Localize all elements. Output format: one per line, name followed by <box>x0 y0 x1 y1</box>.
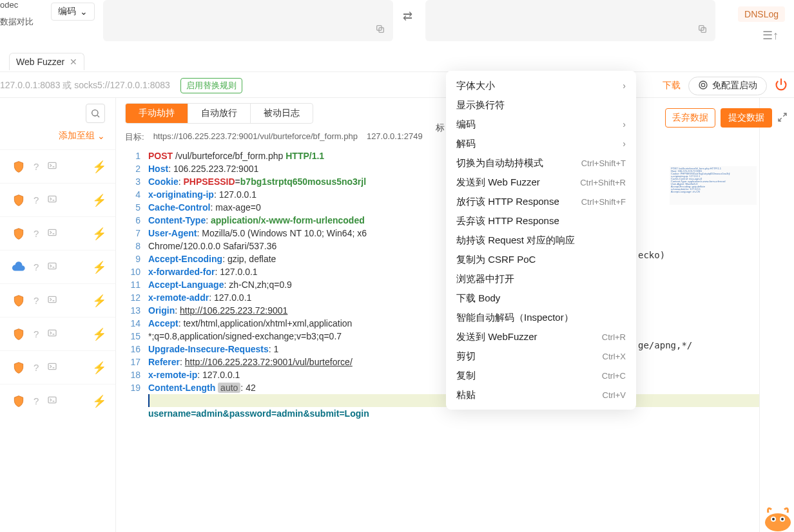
context-menu-item[interactable]: 编码› <box>446 115 636 134</box>
svg-rect-16 <box>48 397 56 403</box>
help-icon[interactable]: ? <box>34 195 39 205</box>
svg-point-19 <box>772 518 775 520</box>
project-item[interactable]: ?⚡ <box>0 216 115 250</box>
project-item[interactable]: ?⚡ <box>0 317 115 350</box>
terminal-icon[interactable] <box>46 361 58 374</box>
discard-button[interactable]: 丢弃数据 <box>665 108 715 128</box>
shield-icon <box>12 327 26 341</box>
shortcut-label: Ctrl+R <box>602 332 626 342</box>
shield-icon <box>12 227 26 241</box>
svg-point-7 <box>92 110 98 116</box>
context-menu-item[interactable]: 发送到 WebFuzzerCtrl+R <box>446 327 636 347</box>
submit-button[interactable]: 提交数据 <box>721 108 772 128</box>
mode-tabs: 手动劫持 自动放行 被动日志 <box>125 103 313 124</box>
help-icon[interactable]: ? <box>34 161 39 172</box>
terminal-icon[interactable] <box>46 194 58 206</box>
copy-icon[interactable] <box>375 24 385 36</box>
context-menu-item[interactable]: 智能自动解码（Inspector） <box>446 308 636 327</box>
enable-rule-tag[interactable]: 启用替换规则 <box>180 78 242 93</box>
svg-point-4 <box>699 81 707 89</box>
download-link[interactable]: 下载 <box>663 80 681 91</box>
encode-dropdown[interactable]: 编码 ⌄ <box>51 3 95 21</box>
bolt-icon: ⚡ <box>92 327 106 341</box>
terminal-icon[interactable] <box>46 227 58 240</box>
config-button[interactable]: 免配置启动 <box>688 77 767 95</box>
svg-point-5 <box>701 83 704 86</box>
context-menu-item[interactable]: 劫持该 Request 对应的响应 <box>446 231 636 250</box>
terminal-icon[interactable] <box>46 261 58 273</box>
shortcut-label: Ctrl+X <box>603 352 626 361</box>
dnslog-badge[interactable]: DNSLog <box>738 6 785 22</box>
line-gutter: 12345678910111213141516171819 <box>116 148 148 532</box>
context-menu-item[interactable]: 发送到 Web FuzzerCtrl+Shift+R <box>446 173 636 192</box>
help-icon[interactable]: ? <box>34 295 39 306</box>
minimap[interactable]: POST /vul/burteforce/bf_form.php HTTP/1.… <box>670 166 757 205</box>
svg-rect-14 <box>48 330 56 336</box>
context-menu-item[interactable]: 切换为自动劫持模式Ctrl+Shift+T <box>446 153 636 173</box>
help-icon[interactable]: ? <box>34 261 39 272</box>
context-menu-item[interactable]: 粘贴Ctrl+V <box>446 385 636 404</box>
tab-auto-pass[interactable]: 自动放行 <box>188 104 251 123</box>
proxy-placeholder: 127.0.0.1:8083 或 socks5://127.0.0.1:8083 <box>0 80 170 91</box>
shield-icon <box>12 361 26 375</box>
shortcut-label: Ctrl+Shift+R <box>580 178 626 187</box>
project-item[interactable]: ?⚡ <box>0 149 115 183</box>
project-item[interactable]: ?⚡ <box>0 384 115 417</box>
tab-web-fuzzer[interactable]: Web Fuzzer ✕ <box>9 53 84 70</box>
shortcut-label: Ctrl+Shift+T <box>581 158 626 168</box>
terminal-icon[interactable] <box>46 294 58 307</box>
cloud-icon <box>12 260 26 274</box>
svg-rect-9 <box>48 162 56 168</box>
context-menu-item[interactable]: 放行该 HTTP ResponseCtrl+Shift+F <box>446 192 636 211</box>
chevron-right-icon: › <box>623 81 626 91</box>
context-menu: 字体大小›显示换行符编码›解码›切换为自动劫持模式Ctrl+Shift+T发送到… <box>446 71 636 410</box>
svg-rect-15 <box>48 363 56 369</box>
copy-icon[interactable] <box>697 24 708 36</box>
tab-passive-log[interactable]: 被动日志 <box>251 104 313 123</box>
tab-manual-hijack[interactable]: 手动劫持 <box>126 104 188 123</box>
context-menu-item[interactable]: 复制Ctrl+C <box>446 366 636 385</box>
chevron-right-icon: › <box>623 119 626 129</box>
bolt-icon: ⚡ <box>92 394 106 408</box>
bolt-icon: ⚡ <box>92 294 106 308</box>
help-icon[interactable]: ? <box>34 395 39 406</box>
shortcut-label: Ctrl+V <box>603 390 626 400</box>
terminal-icon[interactable] <box>46 328 58 340</box>
shield-icon <box>12 160 26 174</box>
shortcut-label: Ctrl+C <box>602 371 626 381</box>
svg-rect-13 <box>48 296 56 302</box>
terminal-icon[interactable] <box>46 160 58 173</box>
svg-rect-11 <box>48 229 56 235</box>
close-icon[interactable]: ✕ <box>70 57 77 67</box>
context-menu-item[interactable]: 字体大小› <box>446 76 636 95</box>
context-menu-item[interactable]: 浏览器中打开 <box>446 269 636 289</box>
help-icon[interactable]: ? <box>34 228 39 239</box>
help-icon[interactable]: ? <box>34 362 39 373</box>
swap-icon[interactable]: ⇄ <box>403 9 412 23</box>
expand-icon[interactable] <box>777 112 788 124</box>
context-menu-item[interactable]: 下载 Body <box>446 289 636 308</box>
svg-point-17 <box>765 513 791 531</box>
request-panel[interactable] <box>103 0 393 41</box>
svg-point-21 <box>781 518 784 520</box>
context-menu-item[interactable]: 丢弃该 HTTP Response <box>446 211 636 231</box>
project-item[interactable]: ?⚡ <box>0 250 115 283</box>
power-icon[interactable] <box>775 78 788 94</box>
sort-icon[interactable]: ☰↑ <box>762 28 779 43</box>
terminal-icon[interactable] <box>46 395 58 407</box>
bolt-icon: ⚡ <box>92 193 106 207</box>
context-menu-item[interactable]: 显示换行符 <box>446 95 636 115</box>
context-menu-item[interactable]: 解码› <box>446 134 636 153</box>
project-item[interactable]: ?⚡ <box>0 283 115 317</box>
help-icon[interactable]: ? <box>34 328 39 339</box>
context-menu-item[interactable]: 剪切Ctrl+X <box>446 347 636 366</box>
project-item[interactable]: ?⚡ <box>0 183 115 216</box>
tag-label: 标 <box>436 122 445 134</box>
mascot-icon <box>755 500 794 532</box>
search-button[interactable] <box>86 104 105 123</box>
add-to-group-button[interactable]: 添加至组 ⌄ <box>0 129 115 149</box>
response-panel[interactable] <box>425 0 715 41</box>
context-menu-item[interactable]: 复制为 CSRF PoC <box>446 250 636 269</box>
svg-rect-12 <box>48 263 56 269</box>
project-item[interactable]: ?⚡ <box>0 350 115 384</box>
